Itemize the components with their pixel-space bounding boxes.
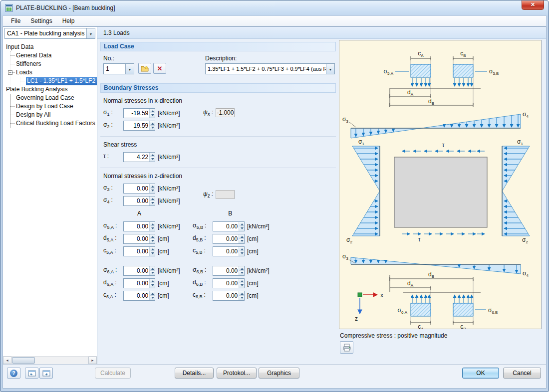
spinner-up-icon[interactable] <box>150 234 155 239</box>
spinner-down-icon[interactable] <box>239 239 244 243</box>
c5b-input[interactable] <box>213 247 239 256</box>
spinner-down-icon[interactable] <box>150 157 155 162</box>
spinner-down-icon[interactable] <box>150 189 155 193</box>
c5a-field[interactable] <box>123 246 155 256</box>
scroll-right-icon[interactable]: ► <box>88 357 97 364</box>
tree-item-loads[interactable]: − Loads <box>16 68 97 77</box>
sigma4-field[interactable] <box>123 196 155 206</box>
delete-load-case-button[interactable]: ✕ <box>153 63 166 74</box>
help-button[interactable]: ? <box>7 368 20 379</box>
protokol-button[interactable]: Protokol... <box>217 368 257 379</box>
spinner-up-icon[interactable] <box>239 291 244 296</box>
cancel-button[interactable]: Cancel <box>503 368 541 379</box>
spinner-up-icon[interactable] <box>150 196 155 201</box>
spinner-down-icon[interactable] <box>150 251 155 256</box>
spinner-up-icon[interactable] <box>150 109 155 114</box>
analysis-case-select[interactable]: CA1 - Plate buckling analysis ▼ <box>4 28 95 39</box>
tau-field[interactable] <box>123 152 155 162</box>
spinner-up-icon[interactable] <box>150 279 155 284</box>
spinner-down-icon[interactable] <box>239 251 244 256</box>
spinner-up-icon[interactable] <box>150 121 155 126</box>
spinner-up-icon[interactable] <box>150 184 155 189</box>
spinner-down-icon[interactable] <box>150 126 155 130</box>
sigma1-field[interactable] <box>123 108 155 118</box>
spinner-down-icon[interactable] <box>239 226 244 231</box>
spinner-up-icon[interactable] <box>150 247 155 252</box>
spinner-down-icon[interactable] <box>239 296 244 300</box>
sigma6a-input[interactable] <box>124 266 149 275</box>
spinner-up-icon[interactable] <box>150 222 155 227</box>
scrollbar-thumb[interactable] <box>12 357 35 364</box>
sigma1-input[interactable] <box>124 109 149 118</box>
c5b-field[interactable] <box>213 246 245 256</box>
sigma2-field[interactable] <box>123 121 155 131</box>
details-button[interactable]: Details... <box>175 368 214 379</box>
print-graphic-button[interactable] <box>340 341 353 354</box>
spinner-up-icon[interactable] <box>150 266 155 271</box>
sigma3-input[interactable] <box>124 184 149 193</box>
spinner-up-icon[interactable] <box>150 153 155 158</box>
tree-item-design-by-all[interactable]: Design by All <box>16 111 97 119</box>
tree-item-lc1[interactable]: LC1 - 1.35*LF1 + 1.5*LF2 + <box>26 77 97 85</box>
c6a-field[interactable] <box>123 291 155 301</box>
tree-item-critical-buckling-load-factors[interactable]: Critical Buckling Load Factors <box>16 119 97 128</box>
c5a-input[interactable] <box>124 247 149 256</box>
sigma5a-input[interactable] <box>124 222 149 231</box>
menu-file[interactable]: File <box>6 16 25 25</box>
c6b-field[interactable] <box>213 291 245 301</box>
c6b-input[interactable] <box>213 291 239 300</box>
sigma4-input[interactable] <box>124 196 149 205</box>
sigma3-field[interactable] <box>123 184 155 194</box>
ok-button[interactable]: OK <box>462 368 499 379</box>
sigma5b-field[interactable] <box>213 221 245 231</box>
toggle-graphic-button[interactable] <box>39 368 53 379</box>
spinner-down-icon[interactable] <box>239 271 244 275</box>
sigma2-input[interactable] <box>124 121 149 130</box>
spinner-down-icon[interactable] <box>150 201 155 205</box>
sigma5a-field[interactable] <box>123 221 155 231</box>
c6a-input[interactable] <box>124 291 149 300</box>
description-select[interactable]: 1.35*LF1 + 1.5*LF2 + 0.75*LF3 + 0.9*LF4 … <box>205 63 335 74</box>
new-load-case-button[interactable] <box>138 63 151 74</box>
d6a-field[interactable] <box>123 278 155 288</box>
spinner-down-icon[interactable] <box>239 283 244 288</box>
d5a-input[interactable] <box>124 234 149 243</box>
sigma6a-field[interactable] <box>123 266 155 276</box>
load-case-number-select[interactable]: 1 ▼ <box>103 63 134 74</box>
tree-item-governing-load-case[interactable]: Governing Load Case <box>16 94 97 102</box>
scroll-left-icon[interactable]: ◄ <box>3 357 11 364</box>
collapse-icon[interactable]: − <box>8 70 12 75</box>
spinner-down-icon[interactable] <box>150 271 155 275</box>
tree-item-general-data[interactable]: General Data <box>16 51 97 60</box>
spinner-down-icon[interactable] <box>150 283 155 288</box>
spinner-up-icon[interactable] <box>150 291 155 296</box>
d5a-field[interactable] <box>123 234 155 244</box>
tree-item-plate-buckling-analysis[interactable]: Plate Buckling Analysis <box>6 85 97 94</box>
spinner-down-icon[interactable] <box>150 226 155 231</box>
d5b-input[interactable] <box>213 234 239 243</box>
d5b-field[interactable] <box>213 234 245 244</box>
d6b-field[interactable] <box>213 278 245 288</box>
sigma6b-input[interactable] <box>213 266 239 275</box>
menu-settings[interactable]: Settings <box>25 16 57 25</box>
spinner-up-icon[interactable] <box>239 247 244 252</box>
menu-help[interactable]: Help <box>57 16 80 25</box>
sigma6b-field[interactable] <box>213 266 245 276</box>
chevron-down-icon[interactable]: ▼ <box>125 64 134 74</box>
spinner-down-icon[interactable] <box>150 239 155 243</box>
graphics-button[interactable]: Graphics <box>259 368 299 379</box>
sigma5b-input[interactable] <box>213 222 239 231</box>
tree-item-design-by-load-case[interactable]: Design by Load Case <box>16 102 97 111</box>
tree-item-stiffeners[interactable]: Stiffeners <box>16 60 97 68</box>
spinner-down-icon[interactable] <box>150 296 155 300</box>
spinner-down-icon[interactable] <box>150 113 155 118</box>
d6a-input[interactable] <box>124 279 149 288</box>
spinner-up-icon[interactable] <box>239 279 244 284</box>
tree-horizontal-scrollbar[interactable]: ◄ ► <box>3 356 97 364</box>
toggle-navigator-button[interactable] <box>25 368 38 379</box>
close-button[interactable]: ✕ <box>522 0 544 10</box>
spinner-up-icon[interactable] <box>239 222 244 227</box>
d6b-input[interactable] <box>213 279 239 288</box>
chevron-down-icon[interactable]: ▼ <box>326 64 334 74</box>
spinner-up-icon[interactable] <box>239 266 244 271</box>
